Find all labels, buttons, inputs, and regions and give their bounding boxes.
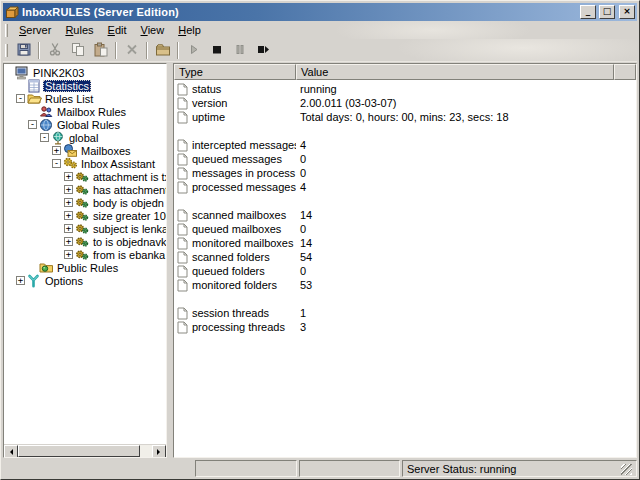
expand-plus-icon[interactable]: + — [64, 250, 73, 259]
list-row-monitored-folders[interactable]: monitored folders53 — [174, 278, 636, 292]
tree-item-mailbox-rules[interactable]: Mailbox Rules — [4, 105, 166, 118]
step-button[interactable] — [251, 40, 274, 61]
tree-item-options[interactable]: +Options — [4, 274, 166, 287]
value-text: 0 — [296, 153, 306, 165]
list-row-queued-mailboxes[interactable]: queued mailboxes0 — [174, 222, 636, 236]
main-area: PINK2K03Statistics-Rules ListMailbox Rul… — [3, 63, 637, 458]
tree-item-label: body is objedn — [91, 197, 166, 209]
column-header-type[interactable]: Type — [174, 64, 296, 80]
list-row-queued-messages[interactable]: queued messages0 — [174, 152, 636, 166]
tree-item-has-attachment[interactable]: +has attachment — [4, 183, 166, 196]
collapse-minus-icon[interactable]: - — [52, 159, 61, 168]
paste-button[interactable] — [89, 40, 112, 61]
save-button[interactable] — [12, 40, 35, 61]
page-icon — [177, 321, 188, 334]
copy-button[interactable] — [66, 40, 89, 61]
scroll-right-button[interactable] — [152, 445, 166, 458]
value-text: 14 — [296, 237, 312, 249]
type-text: scanned folders — [192, 251, 270, 263]
tree-item-rules-list[interactable]: -Rules List — [4, 92, 166, 105]
tree-item-statistics[interactable]: Statistics — [4, 79, 166, 92]
close-button[interactable]: × — [619, 5, 635, 19]
expand-plus-icon[interactable]: + — [16, 276, 25, 285]
list-row-session-threads[interactable]: session threads1 — [174, 306, 636, 320]
list-header: Type Value — [174, 64, 636, 80]
list-row-scanned-mailboxes[interactable]: scanned mailboxes14 — [174, 208, 636, 222]
menu-item-view[interactable]: View — [134, 23, 172, 38]
tree-horizontal-scrollbar[interactable] — [4, 444, 166, 457]
expand-plus-icon[interactable]: + — [64, 224, 73, 233]
menu-item-server[interactable]: Server — [12, 23, 58, 38]
list-row-intercepted-messages[interactable]: intercepted messages4 — [174, 138, 636, 152]
tree-item-size-greater-100k[interactable]: +size greater 100k — [4, 209, 166, 222]
scroll-left-button[interactable] — [4, 445, 18, 458]
tree-item-subject-is-lenka[interactable]: +subject is lenka — [4, 222, 166, 235]
menu-item-edit[interactable]: Edit — [101, 23, 134, 38]
type-text: processed messages — [192, 181, 296, 193]
list-row-monitored-mailboxes[interactable]: monitored mailboxes14 — [174, 236, 636, 250]
list-row-status[interactable]: statusrunning — [174, 82, 636, 96]
expand-plus-icon[interactable]: + — [64, 237, 73, 246]
maximize-button[interactable]: □ — [599, 5, 615, 19]
delete-icon — [124, 42, 140, 59]
stop-button[interactable] — [205, 40, 228, 61]
tree-item-public-rules[interactable]: Public Rules — [4, 261, 166, 274]
list-row-processed-messages[interactable]: processed messages4 — [174, 180, 636, 194]
title-bar: InboxRULES (Server Edition) _ □ × — [3, 3, 637, 21]
list-row-scanned-folders[interactable]: scanned folders54 — [174, 250, 636, 264]
type-cell: session threads — [174, 307, 296, 320]
value-text: 4 — [296, 181, 306, 193]
tree-item-inbox-assistant[interactable]: -Inbox Assistant — [4, 157, 166, 170]
scrollbar-track[interactable] — [140, 445, 152, 457]
value-text: 0 — [296, 167, 306, 179]
toolbar-grip[interactable] — [5, 44, 8, 57]
expand-plus-icon[interactable]: + — [64, 211, 73, 220]
list-row-uptime[interactable]: uptimeTotal days: 0, hours: 00, mins: 23… — [174, 110, 636, 124]
tree-view: PINK2K03Statistics-Rules ListMailbox Rul… — [4, 64, 166, 444]
list-row-processing-threads[interactable]: processing threads3 — [174, 320, 636, 334]
list-row-queued-folders[interactable]: queued folders0 — [174, 264, 636, 278]
pause-button[interactable] — [228, 40, 251, 61]
resize-grip[interactable] — [621, 464, 632, 475]
menu-item-help[interactable]: Help — [171, 23, 208, 38]
expand-plus-icon[interactable]: + — [64, 198, 73, 207]
tree-item-global-rules[interactable]: -Global Rules — [4, 118, 166, 131]
start-button[interactable] — [182, 40, 205, 61]
tree-item-pink2k03[interactable]: PINK2K03 — [4, 66, 166, 79]
tree-item-body-is-objedn[interactable]: +body is objedn — [4, 196, 166, 209]
collapse-minus-icon[interactable]: - — [40, 133, 49, 142]
page-icon — [177, 209, 188, 222]
expand-plus-icon[interactable]: + — [64, 185, 73, 194]
expand-plus-icon[interactable]: + — [52, 146, 61, 155]
list-row-version[interactable]: version2.00.011 (03-03-07) — [174, 96, 636, 110]
status-panel-server: Server Status: running — [402, 460, 637, 477]
collapse-minus-icon[interactable]: - — [16, 94, 25, 103]
value-text: 0 — [296, 223, 306, 235]
tree-item-mailboxes[interactable]: +Mailboxes — [4, 144, 166, 157]
folder-button[interactable] — [151, 40, 174, 61]
step-icon — [255, 42, 271, 59]
tree-item-attachment-is-txt[interactable]: +attachment is txt — [4, 170, 166, 183]
expand-plus-icon[interactable]: + — [64, 172, 73, 181]
pause-icon — [232, 42, 248, 59]
toolbar-separator — [115, 42, 117, 59]
minimize-button[interactable]: _ — [580, 5, 596, 19]
list-separator-row — [174, 124, 636, 138]
collapse-minus-icon[interactable]: - — [28, 120, 37, 129]
tree-item-label: Options — [43, 275, 85, 287]
value-text: 1 — [296, 307, 306, 319]
delete-button[interactable] — [120, 40, 143, 61]
tree-item-to-is-objednavka[interactable]: +to is objednavka — [4, 235, 166, 248]
type-cell: version — [174, 97, 296, 110]
cut-button[interactable] — [43, 40, 66, 61]
mailboxes-icon — [63, 144, 79, 157]
scrollbar-thumb[interactable] — [18, 445, 140, 457]
tree-item-global[interactable]: -global — [4, 131, 166, 144]
tree-item-from-is-ebanka[interactable]: +from is ebanka — [4, 248, 166, 261]
menu-item-rules[interactable]: Rules — [58, 23, 100, 38]
rule-icon — [75, 171, 91, 183]
toolbar-separator — [146, 42, 148, 59]
column-header-value[interactable]: Value — [296, 64, 614, 80]
list-row-messages-in-process[interactable]: messages in process0 — [174, 166, 636, 180]
menubar-grip[interactable] — [5, 24, 8, 37]
